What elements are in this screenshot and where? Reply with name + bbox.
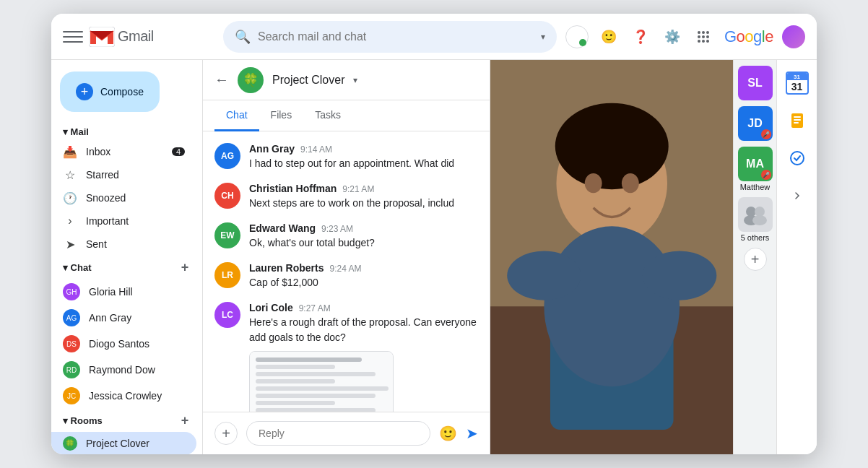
msg-sender-5: Lori Cole	[249, 302, 293, 313]
raymond-avatar: RD	[63, 361, 80, 378]
svg-point-9	[584, 173, 602, 193]
google-logo: Google	[724, 27, 773, 46]
sidebar-item-jessica[interactable]: JC Jessica Crowley	[51, 383, 196, 409]
message-3: EW Edward Wang 9:23 AM Ok, what's our to…	[214, 222, 478, 251]
tab-files[interactable]: Files	[259, 100, 304, 131]
help-button[interactable]: ❓	[629, 25, 652, 48]
tab-tasks[interactable]: Tasks	[303, 100, 352, 131]
participant-1[interactable]: SL	[738, 66, 773, 100]
msg-text-5: Here's a rough draft of the proposal. Ca…	[249, 315, 478, 345]
snoozed-label: Snoozed	[86, 192, 185, 204]
svg-point-8	[555, 103, 668, 189]
topbar-right: 🙂 ❓ ⚙️ Google	[565, 25, 805, 48]
back-button[interactable]: ←	[214, 72, 229, 88]
video-section: SL JD 🎤 MA 🎤 Matthew	[490, 60, 777, 454]
calendar-sidebar-button[interactable]: 31 31	[783, 69, 812, 98]
others-thumb[interactable]	[738, 197, 773, 232]
project-clover-label: Project Clover	[86, 438, 185, 449]
chat-section-header[interactable]: ▾ Chat +	[51, 256, 202, 279]
msg-avatar-lauren: LR	[214, 262, 240, 288]
inbox-label: Inbox	[86, 146, 163, 157]
search-icon: 🔍	[235, 29, 251, 45]
msg-avatar-edward: EW	[214, 222, 240, 248]
keep-sidebar-button[interactable]	[783, 106, 812, 135]
participant-2[interactable]: JD 🎤	[738, 106, 773, 141]
participant-matthew[interactable]: MA 🎤	[738, 147, 773, 181]
rooms-section-label: ▾ Rooms	[63, 415, 103, 426]
tasks-sidebar-button[interactable]	[783, 144, 812, 173]
svg-point-10	[621, 173, 638, 193]
message-1: AG Ann Gray 9:14 AM I had to step out fo…	[214, 143, 478, 171]
add-room-button[interactable]: +	[176, 412, 194, 429]
send-button[interactable]: ➤	[466, 425, 478, 442]
sidebar-item-inbox[interactable]: 📥 Inbox 4	[51, 140, 196, 163]
sidebar-item-raymond[interactable]: RD Raymond Dow	[51, 357, 196, 383]
sidebar-item-important[interactable]: › Important	[51, 209, 196, 233]
sidebar-item-ann[interactable]: AG Ann Gray	[51, 305, 196, 331]
sidebar-item-diogo[interactable]: DS Diogo Santos	[51, 331, 196, 357]
scroll-down-button[interactable]	[783, 181, 812, 210]
mute-icon-2: 🎤	[761, 129, 771, 139]
rooms-section-header[interactable]: ▾ Rooms +	[51, 409, 202, 432]
diogo-avatar: DS	[63, 335, 80, 352]
apps-button[interactable]	[693, 25, 716, 48]
mail-section-label: ▾ Mail	[63, 126, 89, 137]
msg-avatar-christian: CH	[214, 183, 240, 209]
msg-content-2: Christian Hoffman 9:21 AM Next steps are…	[249, 183, 478, 211]
others-icon	[742, 202, 768, 228]
sidebar-item-starred[interactable]: ☆ Starred	[51, 163, 196, 186]
video-feed	[490, 60, 734, 454]
chat-tabs: Chat Files Tasks	[203, 100, 490, 131]
others-label: 5 others	[741, 233, 770, 242]
status-indicator[interactable]	[565, 25, 589, 48]
starred-icon: ☆	[63, 168, 77, 182]
gmail-m-icon	[89, 27, 115, 47]
add-chat-button[interactable]: +	[176, 259, 194, 276]
sidebar-item-gloria[interactable]: GH Gloria Hill	[51, 279, 196, 305]
participant-matthew-group: MA 🎤 Matthew	[738, 147, 773, 191]
msg-text-4: Cap of $12,000	[249, 275, 478, 290]
main-content: + Compose ▾ Mail 📥 Inbox 4 ☆ Starred 🕐 S…	[51, 60, 817, 454]
msg-sender-2: Christian Hoffman	[249, 183, 337, 194]
chevron-right-icon	[791, 190, 803, 202]
msg-sender-3: Edward Wang	[249, 222, 316, 234]
svg-point-14	[642, 251, 716, 300]
svg-point-23	[791, 152, 804, 165]
emoji-button[interactable]: 🙂	[597, 25, 620, 48]
add-participant-button[interactable]: +	[744, 248, 767, 271]
sidebar-item-project-clover[interactable]: 🍀 Project Clover	[51, 432, 196, 454]
add-attachment-button[interactable]: +	[214, 422, 238, 445]
settings-button[interactable]: ⚙️	[661, 25, 684, 48]
user-avatar[interactable]	[782, 25, 805, 48]
document-card[interactable]: ≡ Annual Planning Edited by Evan Kortend…	[249, 351, 394, 412]
compose-label: Compose	[100, 86, 144, 98]
search-input[interactable]	[258, 30, 534, 43]
participants-panel: SL JD 🎤 MA 🎤 Matthew	[733, 60, 776, 454]
msg-text-1: I had to step out for an appointment. Wh…	[249, 156, 478, 171]
reply-input[interactable]	[246, 421, 430, 446]
compose-button[interactable]: + Compose	[60, 72, 160, 112]
sidebar-item-snoozed[interactable]: 🕐 Snoozed	[51, 186, 196, 209]
svg-rect-22	[794, 122, 799, 124]
others-group: 5 others	[738, 197, 773, 242]
search-dropdown-icon[interactable]: ▾	[541, 32, 545, 42]
snoozed-icon: 🕐	[63, 191, 77, 205]
sidebar-item-sent[interactable]: ➤ Sent	[51, 233, 196, 256]
mail-section-header[interactable]: ▾ Mail	[51, 124, 202, 140]
msg-time-5: 9:27 AM	[299, 303, 331, 313]
svg-rect-21	[794, 119, 801, 121]
tab-chat[interactable]: Chat	[214, 100, 259, 131]
gmail-text: Gmail	[118, 28, 154, 45]
room-dropdown-icon[interactable]: ▾	[353, 75, 357, 85]
msg-content-3: Edward Wang 9:23 AM Ok, what's our total…	[249, 222, 478, 251]
project-clover-icon: 🍀	[63, 436, 77, 451]
msg-time-1: 9:14 AM	[300, 144, 332, 155]
message-2: CH Christian Hoffman 9:21 AM Next steps …	[214, 183, 478, 211]
emoji-picker-button[interactable]: 🙂	[439, 425, 457, 442]
menu-icon[interactable]	[63, 27, 83, 47]
room-title: Project Clover	[272, 74, 344, 87]
right-sidebar: 31 31	[776, 60, 817, 454]
search-bar[interactable]: 🔍 ▾	[223, 21, 557, 53]
topbar-left: Gmail	[63, 27, 214, 47]
important-label: Important	[86, 215, 185, 227]
